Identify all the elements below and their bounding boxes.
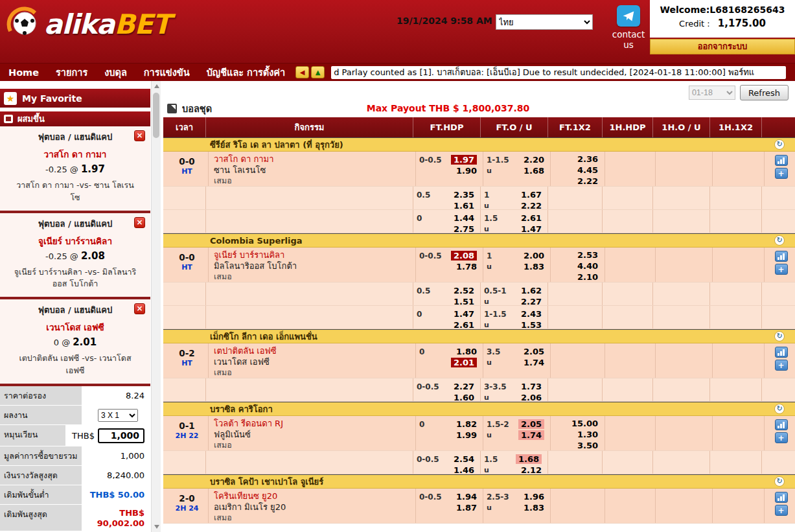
add-bet-button[interactable]: + bbox=[775, 505, 788, 516]
remove-bet-button[interactable]: × bbox=[134, 303, 145, 314]
odds-value[interactable]: 2.52 bbox=[454, 286, 474, 295]
odds-value[interactable]: 4.40 bbox=[577, 261, 598, 272]
odds-value[interactable]: 1.73 bbox=[521, 382, 542, 391]
telegram-icon[interactable] bbox=[617, 5, 640, 27]
nav-item-list[interactable]: รายการ bbox=[47, 65, 96, 80]
remove-bet-button[interactable]: × bbox=[134, 217, 145, 228]
stats-button[interactable] bbox=[775, 419, 788, 430]
odds-value[interactable]: 2.35 bbox=[454, 190, 474, 200]
odds-value[interactable]: 4.45 bbox=[577, 165, 598, 176]
odds-value[interactable]: 2.27 bbox=[454, 382, 474, 391]
odds-value[interactable]: 1.44 bbox=[454, 213, 474, 223]
bet-match: จูเนียร์ บาร์รานคิลา -vs- มิลโลนาริออส โ… bbox=[5, 266, 145, 291]
odds-value[interactable]: 1.46 bbox=[454, 465, 474, 474]
odds-value[interactable]: 3.50 bbox=[577, 441, 598, 450]
odds-value[interactable]: 1.61 bbox=[454, 201, 474, 209]
contact-us[interactable]: contact us bbox=[609, 5, 648, 50]
league-refresh-icon[interactable]: ↻ bbox=[774, 139, 785, 150]
odds-value[interactable]: 1.60 bbox=[454, 393, 474, 401]
add-bet-button[interactable]: + bbox=[775, 168, 788, 179]
stats-button[interactable] bbox=[775, 347, 788, 358]
logout-button[interactable]: ออกจากระบบ bbox=[650, 39, 795, 54]
odds-value[interactable]: 2.36 bbox=[577, 154, 598, 165]
odds-value[interactable]: 1.87 bbox=[456, 503, 477, 513]
scrollbar-down-arrow[interactable] bbox=[154, 525, 159, 529]
odds-value[interactable]: 2.05 bbox=[518, 419, 544, 429]
odds-value[interactable]: 1.83 bbox=[524, 262, 544, 272]
refresh-button[interactable]: Refresh bbox=[740, 85, 789, 100]
logo[interactable]: alikaBET bbox=[6, 6, 170, 43]
odds-value[interactable]: 1.47 bbox=[521, 224, 542, 233]
odds-value[interactable]: 1.30 bbox=[577, 430, 598, 440]
odds-value[interactable]: 2.27 bbox=[521, 297, 542, 305]
odds-value[interactable]: 1.53 bbox=[521, 320, 542, 329]
odds-value[interactable]: 1.51 bbox=[454, 297, 474, 305]
date-filter-select[interactable]: 01-18 bbox=[689, 86, 735, 100]
odds-value[interactable]: 2.75 bbox=[454, 224, 474, 233]
league-refresh-icon[interactable]: ↻ bbox=[774, 235, 785, 246]
odds-value[interactable]: 2.05 bbox=[524, 347, 544, 356]
parlay-header[interactable]: ผสมขึ้น bbox=[0, 111, 150, 126]
odds-value[interactable]: 2.08 bbox=[451, 251, 477, 260]
odds-value[interactable]: 1.74 bbox=[518, 430, 544, 440]
nav-item-account-settings[interactable]: บัญชีและ การตั้งค่า bbox=[198, 65, 294, 80]
odds-value[interactable]: 2.06 bbox=[521, 393, 542, 401]
odds-value[interactable]: 1.90 bbox=[456, 166, 477, 176]
odds-value[interactable]: 1.83 bbox=[524, 503, 544, 513]
my-favorite-header[interactable]: ★ My Favorite bbox=[0, 89, 150, 108]
scrollbar-thumb[interactable] bbox=[153, 93, 159, 138]
stake-input[interactable] bbox=[98, 428, 144, 443]
odds-sub-row: 01.44 2.75 1.52.61 u1.47 bbox=[163, 210, 795, 233]
odds-value[interactable]: 2.43 bbox=[521, 309, 542, 319]
odds-value[interactable]: 1.74 bbox=[524, 358, 544, 367]
odds-value[interactable]: 1.68 bbox=[516, 454, 542, 464]
odds-value[interactable]: 1.80 bbox=[456, 347, 477, 356]
odds-value[interactable]: 1.82 bbox=[456, 419, 477, 429]
match-time: 0-0 HT bbox=[166, 152, 209, 186]
remove-bet-button[interactable]: × bbox=[134, 130, 145, 141]
match-period: 2H 24 bbox=[176, 504, 199, 513]
odds-value[interactable]: 2.61 bbox=[521, 213, 542, 223]
odds-value[interactable]: 2.20 bbox=[524, 155, 544, 165]
league-refresh-icon[interactable]: ↻ bbox=[774, 404, 785, 414]
odds-value[interactable]: 1.97 bbox=[451, 155, 477, 165]
sidebar-scrollbar[interactable] bbox=[151, 81, 161, 532]
odds-value[interactable]: 2.10 bbox=[577, 272, 598, 282]
odds-value[interactable]: 2.12 bbox=[521, 465, 542, 474]
nav-item-matches[interactable]: การแข่งขัน bbox=[135, 65, 198, 80]
marquee-back-button[interactable]: ◀ bbox=[295, 66, 309, 78]
stats-button[interactable] bbox=[775, 155, 788, 166]
add-bet-button[interactable]: + bbox=[775, 360, 788, 371]
odds-value[interactable]: 2.22 bbox=[577, 176, 598, 186]
odds-value[interactable]: 2.61 bbox=[454, 320, 474, 329]
odds-value[interactable]: 2.22 bbox=[521, 201, 542, 209]
ft-hdp-cell: 0-0.52.54 1.46 bbox=[413, 451, 481, 474]
nav-item-home[interactable]: Home bbox=[0, 67, 47, 78]
add-bet-button[interactable]: + bbox=[775, 432, 788, 443]
league-refresh-icon[interactable]: ↻ bbox=[774, 476, 785, 487]
odds-value[interactable]: 2.01 bbox=[451, 358, 477, 367]
odds-value[interactable]: 1.68 bbox=[524, 166, 544, 176]
marquee-up-button[interactable]: ▲ bbox=[311, 66, 325, 78]
language-select[interactable]: ไทย bbox=[496, 14, 593, 30]
scrollbar-up-arrow[interactable] bbox=[154, 84, 159, 88]
add-bet-button[interactable]: + bbox=[775, 264, 788, 275]
odds-value[interactable]: 2.53 bbox=[577, 250, 598, 260]
odds-value[interactable]: 1.78 bbox=[456, 262, 477, 272]
stats-button[interactable] bbox=[775, 492, 788, 503]
league-refresh-icon[interactable]: ↻ bbox=[774, 331, 785, 341]
odds-value[interactable]: 1.47 bbox=[454, 309, 474, 319]
home-team: โวลต้า รีดอนดา RJ bbox=[214, 418, 411, 429]
odds-value[interactable]: 2.54 bbox=[454, 454, 474, 464]
odds-value[interactable]: 15.00 bbox=[571, 419, 598, 429]
stats-button[interactable] bbox=[775, 251, 788, 262]
result-type-select[interactable]: 3 X 1 bbox=[98, 409, 138, 422]
odds-value[interactable]: 1.99 bbox=[456, 430, 477, 440]
odds-value[interactable]: 1.62 bbox=[521, 286, 542, 295]
odds-value[interactable]: 1.96 bbox=[524, 492, 544, 502]
odds-value[interactable]: 2.00 bbox=[524, 251, 544, 260]
ft-ou-cell: 1-1.52.20 u1.68 bbox=[483, 152, 551, 186]
odds-value[interactable]: 1.67 bbox=[521, 190, 542, 200]
nav-item-balance[interactable]: งบดุล bbox=[96, 65, 135, 80]
odds-value[interactable]: 1.94 bbox=[456, 492, 477, 502]
